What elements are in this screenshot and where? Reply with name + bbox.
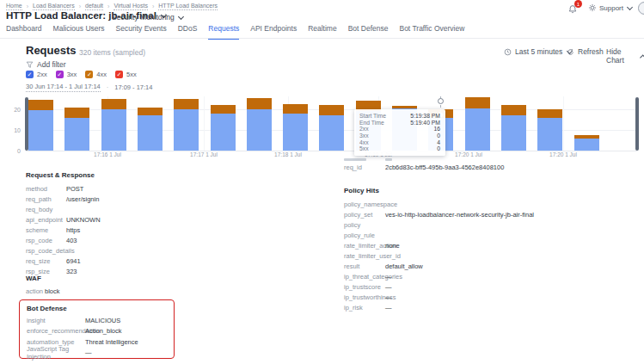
tooltip-row: 3xx 0 [359,133,440,139]
status-filter-item[interactable]: ✓ 3xx [56,71,77,78]
tooltip-row: End Time 5:19:40 PM [359,120,440,126]
bar-segment-2xx [574,139,599,151]
add-filter-label: Add filter [37,60,66,69]
bar-segment-4xx [211,105,236,114]
bar-group[interactable] [501,105,526,151]
time-range-selector[interactable]: Last 5 minutes [504,47,572,56]
status-filter-item[interactable]: ✓ 2xx [26,71,47,78]
clock-icon [504,48,512,56]
refresh-button[interactable]: Refresh [567,47,604,56]
check-icon: ✓ [117,71,122,77]
field-label: scheme [26,226,66,234]
bar-group[interactable] [319,105,344,151]
support-menu[interactable]: Support [588,3,632,12]
breadcrumb-link[interactable]: Virtual Hosts [113,3,148,10]
hide-chart-toggle[interactable]: Hide Chart [606,47,644,65]
date-range-link[interactable]: 30 Jun 17:14 - 1 Jul 17:14 [26,83,101,92]
date-range-row: 30 Jun 17:14 - 1 Jul 17:14 · 17:09 - 17:… [26,83,152,92]
bar-group[interactable] [211,105,236,151]
requests-chart[interactable]: 0102017:16 1 Jul17:17 1 Jul17:18 1 Jul17… [0,95,644,162]
bar-segment-2xx [138,115,163,151]
field-value: UNKNOWN [66,216,101,224]
breadcrumb-item: HTTP Load Balancers › [158,3,218,10]
add-filter-button[interactable]: Add filter [26,60,66,69]
notification-badge: 1 [574,0,582,8]
bar-segment-4xx [319,105,344,115]
bar-segment-2xx [465,108,490,151]
field-label: policy [344,221,385,229]
chart-brush-handle-left[interactable] [25,97,28,151]
req-id-row: req_id 2cb6d83c-bff5-495b-9aa3-4562e8408… [344,163,504,171]
field-label: ip_threat_categories [344,273,385,281]
field-value: 2cb6d83c-bff5-495b-9aa3-4562e8408100 [385,163,504,171]
field-row: action block [26,286,60,296]
tooltip-label: 4xx [359,139,369,145]
field-row: ip_risk — [344,302,641,312]
breadcrumb-link[interactable]: Load Balancers [33,3,75,10]
status-checkbox[interactable]: ✓ [56,71,64,78]
bar-group[interactable] [138,108,163,151]
notifications-button[interactable]: 1 [567,3,578,13]
chart-brush-handle-right[interactable] [635,97,639,151]
items-count: 320 items (sampled) [79,48,145,57]
status-checkbox[interactable]: ✓ [85,71,93,78]
bar-group[interactable] [574,135,599,151]
section-request-response: Request & Response method POST req_path … [26,171,318,276]
bar-segment-2xx [28,110,53,151]
field-row: policy_namespace [344,199,641,209]
field-row: rsp_code 403 [26,235,318,245]
context-selector[interactable]: Security Monitoring [112,13,183,22]
status-filter-item[interactable]: ✓ 5xx [115,71,137,78]
field-row: rsp_size 323 [26,266,318,276]
bar-group[interactable] [247,98,272,151]
tooltip-label: 5xx [359,145,369,151]
bar-segment-2xx [211,114,236,151]
field-value: — [385,304,392,312]
bar-group[interactable] [64,108,89,151]
chart-bars [0,95,644,162]
field-value: POST [66,185,83,193]
status-filters: ✓ 2xx ✓ 3xx ✓ 4xx ✓ 5xx [26,71,137,78]
bar-group[interactable] [537,109,562,151]
bar-group[interactable] [465,97,490,151]
bar-segment-4xx [138,108,163,116]
field-row: req_size 6941 [26,256,318,266]
field-value: none [385,242,400,250]
field-value: MALICIOUS [85,317,120,324]
status-checkbox[interactable]: ✓ [26,71,34,78]
field-value: /user/signin [66,195,99,203]
user-avatar[interactable] [638,2,644,15]
field-value: default_allow [385,262,423,270]
bar-group[interactable] [28,100,53,151]
breadcrumb-link[interactable]: Home [6,3,22,10]
tooltip-label: 2xx [359,126,369,132]
chart-tooltip: Start Time 5:19:38 PM End Time 5:19:40 P… [354,109,445,156]
bar-segment-4xx [101,99,126,109]
breadcrumb-link[interactable]: HTTP Load Balancers [158,3,218,10]
panel-title: Requests [26,44,77,57]
field-label: api_endpoint [26,216,66,224]
bar-group[interactable] [174,99,199,151]
field-label: policy_namespace [344,201,385,208]
bar-group[interactable] [283,104,308,151]
tooltip-value: 0 [437,145,440,151]
status-filter-label: 5xx [126,71,137,78]
bar-segment-2xx [174,109,199,151]
field-row: rate_limiter_user_id [344,250,641,261]
field-label: policy_rule [344,231,385,239]
field-value: — [385,273,392,281]
field-row: ip_threat_categories — [344,271,641,281]
chevron-right-icon: › [79,3,81,9]
field-row: req_body [26,204,318,214]
field-value: https [66,226,80,234]
section-bot-defense: Bot Defense insight MALICIOUS enforce_re… [19,299,175,359]
bar-segment-4xx [283,104,308,114]
breadcrumb-link[interactable]: default [85,3,103,10]
field-row: policy_set ves-io-http-loadbalancer-netw… [344,209,641,219]
field-label: rate_limiter_user_id [344,252,385,260]
field-label: rate_limiter_action [344,242,385,250]
bar-group[interactable] [101,99,126,151]
status-filter-item[interactable]: ✓ 4xx [85,71,107,78]
status-checkbox[interactable]: ✓ [115,71,123,78]
tooltip-value: 4 [437,139,440,145]
